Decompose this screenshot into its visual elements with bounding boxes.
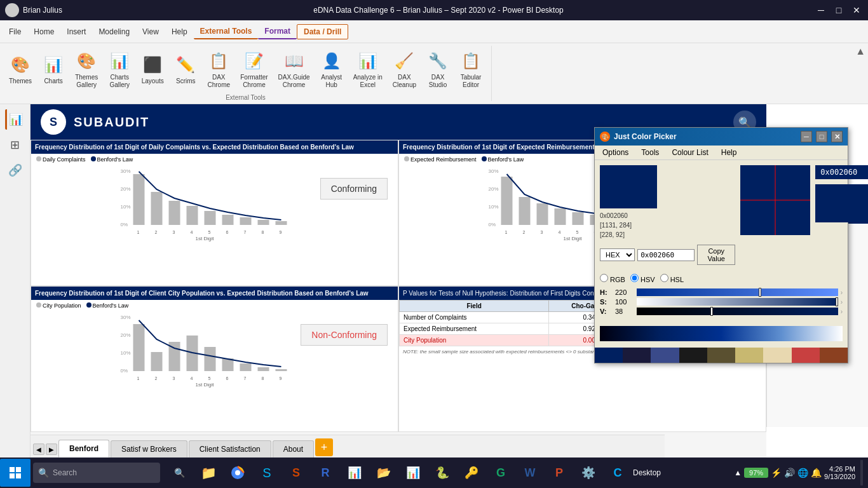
taskbar-app-desktop[interactable]: Desktop [633,459,661,487]
cp-swatch-2[interactable] [623,348,651,363]
ribbon-dax-studio[interactable]: 🔧 DAXStudio [423,47,453,92]
cp-radio-hsl[interactable] [660,274,668,282]
taskbar-app-grammarly[interactable]: G [487,459,515,487]
cp-close-button[interactable]: ✕ [831,131,843,142]
cp-slider-s[interactable] [637,298,838,306]
ribbon-charts-gallery[interactable]: 📊 ChartsGallery [104,47,135,92]
cp-radio-rgb-label[interactable]: RGB [600,274,625,283]
cp-swatch-6[interactable] [735,348,763,363]
cp-swatch-9[interactable] [820,348,848,363]
legend-benfords-label2: Benford's Law [488,156,524,163]
cp-crosshair-area[interactable] [740,165,810,235]
menu-help[interactable]: Help [165,25,194,39]
cp-menu-tools[interactable]: Tools [636,147,664,158]
taskbar-start-button[interactable] [0,459,31,487]
taskbar-app-powerbi[interactable]: 📊 [399,459,427,487]
cp-menu-colour-list[interactable]: Colour List [667,147,713,158]
taskbar-app-skype[interactable]: S [253,459,281,487]
menu-insert[interactable]: Insert [60,25,92,39]
ribbon-themes-gallery[interactable]: 🎨 ThemesGallery [71,47,102,92]
taskbar-app-settings[interactable]: ⚙️ [574,459,602,487]
taskbar-app-downloads[interactable]: 📂 [370,459,398,487]
menu-file[interactable]: File [3,25,27,39]
analyst-hub-icon: 👤 [320,50,343,72]
ribbon-themes[interactable]: 🎨 Themes [5,51,36,88]
ribbon-dax-cleanup[interactable]: 🧹 DAXCleanup [389,47,420,92]
ribbon-layouts[interactable]: ⬛ Layouts [137,51,168,88]
cp-slider-v[interactable] [637,308,838,315]
svg-text:3: 3 [173,230,175,234]
ribbon-tabular-editor[interactable]: 📋 TabularEditor [456,47,486,92]
tab-client-satisfaction[interactable]: Client Satisfaction [189,440,271,458]
cp-radio-rgb[interactable] [600,274,608,282]
chart1-title: Frequency Distribution of 1st Digit of D… [31,140,398,154]
taskbar-chevron-icon[interactable]: ▲ [734,468,742,477]
cp-maximize-button[interactable]: □ [816,131,827,142]
ribbon-collapse-button[interactable]: ▲ [855,46,865,57]
taskbar-app-explorer[interactable]: 📁 [194,459,222,487]
ribbon-charts[interactable]: 📊 Charts [38,51,69,88]
taskbar-app-chrome[interactable] [224,459,252,487]
tab-satisf-brokers[interactable]: Satisf w Brokers [111,440,187,458]
dax-chrome-label: DAXChrome [207,74,230,89]
cp-swatch-5[interactable] [707,348,735,363]
menu-view[interactable]: View [136,25,165,39]
left-panel-report-icon[interactable]: 📊 [5,109,25,130]
cp-gradient-bar[interactable] [600,326,843,341]
taskbar-app-keybase[interactable]: 🔑 [458,459,485,487]
maximize-button[interactable]: □ [832,4,845,17]
menu-home[interactable]: Home [27,25,60,39]
ribbon-formatter-chrome[interactable]: 📝 FormatterChrome [236,47,271,92]
cp-menu-options[interactable]: Options [597,147,634,158]
taskbar-app-powerpoint[interactable]: P [545,459,573,487]
show-desktop-button[interactable] [860,460,863,485]
taskbar-app-clockify[interactable]: C [604,459,632,487]
taskbar-app-anaconda[interactable]: 🐍 [428,459,456,487]
ribbon-dax-chrome[interactable]: 📋 DAXChrome [203,47,234,92]
cp-copy-button[interactable]: Copy Value [697,245,735,265]
tab-prev-button[interactable]: ◀ [33,444,44,455]
ribbon: 🎨 Themes 📊 Charts 🎨 ThemesGallery 📊 Char… [0,43,868,104]
taskbar-time[interactable]: 4:26 PM 9/13/2020 [824,465,855,480]
svg-text:5: 5 [208,230,211,234]
cp-radio-hsv[interactable] [630,274,639,282]
notification-icon[interactable]: 🔔 [811,468,822,478]
svg-rect-9 [222,215,234,225]
close-button[interactable]: ✕ [850,4,863,17]
cp-swatch-3[interactable] [651,348,679,363]
left-panel-model-icon[interactable]: 🔗 [5,160,25,180]
taskbar-app-cortana[interactable]: 🔍 [165,459,193,487]
taskbar-app-word[interactable]: W [516,459,544,487]
cp-color-swatches [595,348,848,363]
ribbon-analyze-excel[interactable]: 📊 Analyze inExcel [349,47,386,92]
minimize-button[interactable]: ─ [815,4,827,17]
cp-swatch-4[interactable] [679,348,707,363]
menu-format[interactable]: Format [258,24,297,39]
ribbon-analyst-hub[interactable]: 👤 AnalystHub [316,47,347,92]
tab-add-button[interactable]: + [315,438,333,456]
taskbar-search-box[interactable]: 🔍 Search [33,463,160,483]
cp-slider-h[interactable] [637,288,838,296]
menu-modeling[interactable]: Modeling [92,25,136,39]
menu-data-drill[interactable]: Data / Drill [297,24,348,39]
taskbar-app-rstudio[interactable]: R [311,459,339,487]
cp-radio-hsl-label[interactable]: HSL [660,274,684,283]
taskbar-app-sharepoint[interactable]: S [282,459,310,487]
themes-gallery-icon: 🎨 [75,50,98,72]
tab-next-button[interactable]: ▶ [46,444,57,455]
cp-minimize-button[interactable]: ─ [801,131,812,142]
cp-hex-input[interactable] [637,249,695,261]
cp-swatch-1[interactable] [595,348,623,363]
tab-benford[interactable]: Benford [58,440,109,458]
ribbon-scrims[interactable]: ✏️ Scrims [170,51,201,88]
left-panel-data-icon[interactable]: ⊞ [5,135,25,155]
cp-menu-help[interactable]: Help [716,147,742,158]
cp-radio-hsv-label[interactable]: HSV [630,274,655,283]
cp-swatch-7[interactable] [763,348,791,363]
menu-external-tools[interactable]: External Tools [194,24,259,39]
ribbon-dax-guide[interactable]: 📖 DAX.GuideChrome [275,47,314,92]
taskbar-app-excel[interactable]: 📊 [341,459,369,487]
tab-about[interactable]: About [273,440,314,458]
cp-swatch-8[interactable] [792,348,820,363]
cp-format-select[interactable]: HEX RGB HSV [600,248,635,261]
